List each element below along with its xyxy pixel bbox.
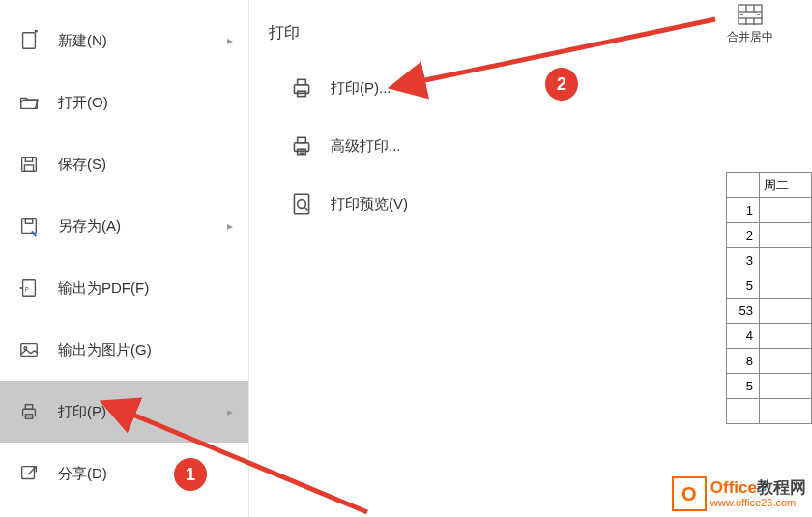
submenu-label: 打印(P)... xyxy=(331,79,392,98)
cell[interactable] xyxy=(760,399,812,424)
menu-item-save[interactable]: 保存(S) xyxy=(0,133,248,195)
submenu-item-advanced-print[interactable]: 高级打印... xyxy=(249,117,717,175)
svg-rect-18 xyxy=(294,143,308,152)
chevron-right-icon: ▸ xyxy=(227,34,233,47)
cell[interactable] xyxy=(760,299,812,324)
merge-cells-icon xyxy=(738,4,763,29)
svg-rect-4 xyxy=(24,165,33,171)
row-head[interactable]: 2 xyxy=(727,223,760,248)
submenu-label: 高级打印... xyxy=(331,137,401,156)
submenu-label: 打印预览(V) xyxy=(331,195,408,214)
merge-center-button[interactable]: 合并居中 xyxy=(727,4,773,45)
svg-point-24 xyxy=(298,200,306,209)
new-file-icon xyxy=(17,29,41,52)
submenu-title: 打印 xyxy=(249,23,717,59)
svg-rect-15 xyxy=(294,85,308,94)
chevron-right-icon: ▸ xyxy=(227,405,233,418)
spreadsheet-area: 合并居中 周二 1 2 3 5 53 4 8 5 xyxy=(717,0,812,517)
toolbar-label: 合并居中 xyxy=(727,29,773,45)
save-icon xyxy=(17,153,41,176)
annotation-step-2: 2 xyxy=(545,68,578,101)
cell[interactable] xyxy=(760,248,812,273)
menu-item-print[interactable]: 打印(P) ▸ xyxy=(0,381,248,443)
cell[interactable] xyxy=(760,349,812,374)
submenu-item-print-preview[interactable]: 打印预览(V) xyxy=(249,175,717,233)
row-head[interactable]: 5 xyxy=(727,273,760,299)
chevron-right-icon: ▸ xyxy=(227,219,233,233)
svg-rect-12 xyxy=(25,405,32,410)
svg-rect-3 xyxy=(25,158,32,162)
menu-item-save-as[interactable]: 另存为(A) ▸ xyxy=(0,195,248,257)
cell[interactable] xyxy=(760,198,812,223)
row-head[interactable] xyxy=(727,399,760,424)
menu-label: 新建(N) xyxy=(58,32,107,50)
menu-item-open[interactable]: 打开(O) xyxy=(0,72,248,133)
annotation-step-1: 1 xyxy=(174,458,207,491)
spreadsheet-grid[interactable]: 周二 1 2 3 5 53 4 8 5 xyxy=(726,172,812,424)
watermark: O Office教程网 www.office26.com xyxy=(672,476,806,511)
cell[interactable] xyxy=(760,273,812,299)
row-head[interactable]: 53 xyxy=(727,299,760,324)
share-icon xyxy=(17,462,41,485)
svg-rect-16 xyxy=(298,79,306,84)
pdf-icon: P xyxy=(17,276,41,300)
watermark-title: Office教程网 xyxy=(710,479,806,498)
menu-item-share[interactable]: 分享(D) xyxy=(0,443,248,504)
menu-label: 输出为PDF(F) xyxy=(58,279,149,298)
menu-item-export-pdf[interactable]: P 输出为PDF(F) xyxy=(0,257,248,319)
menu-label: 保存(S) xyxy=(58,156,106,174)
printer-icon xyxy=(288,74,315,101)
svg-rect-0 xyxy=(23,33,36,49)
row-head[interactable]: 1 xyxy=(727,198,760,223)
folder-open-icon xyxy=(17,91,41,114)
svg-rect-6 xyxy=(25,219,32,224)
file-menu-sidebar: 新建(N) ▸ 打开(O) 保存(S) 另存为(A) ▸ P 输出 xyxy=(0,0,249,517)
printer-advanced-icon xyxy=(288,132,315,159)
menu-label: 打开(O) xyxy=(58,94,108,112)
svg-rect-23 xyxy=(294,194,308,214)
menu-label: 输出为图片(G) xyxy=(58,341,152,359)
menu-item-new[interactable]: 新建(N) ▸ xyxy=(0,10,248,72)
column-header[interactable]: 周二 xyxy=(760,173,812,198)
row-head[interactable]: 3 xyxy=(727,248,760,273)
menu-item-export-image[interactable]: 输出为图片(G) xyxy=(0,319,248,381)
cell[interactable] xyxy=(760,324,812,349)
row-head[interactable]: 4 xyxy=(727,324,760,349)
print-preview-icon xyxy=(288,190,315,217)
watermark-url: www.office26.com xyxy=(710,497,806,508)
svg-rect-11 xyxy=(23,409,36,416)
watermark-logo: O xyxy=(672,476,707,511)
image-icon xyxy=(17,338,41,361)
cell[interactable] xyxy=(760,223,812,248)
row-head[interactable]: 8 xyxy=(727,349,760,374)
row-head[interactable]: 5 xyxy=(727,374,760,399)
svg-rect-9 xyxy=(21,344,38,357)
cell[interactable] xyxy=(760,374,812,399)
svg-rect-5 xyxy=(22,219,37,234)
svg-point-1 xyxy=(35,30,37,32)
menu-label: 另存为(A) xyxy=(58,217,121,236)
save-as-icon xyxy=(17,215,41,238)
submenu-item-print[interactable]: 打印(P)... xyxy=(249,59,717,117)
menu-label: 分享(D) xyxy=(58,465,107,483)
svg-rect-19 xyxy=(298,137,306,142)
menu-label: 打印(P) xyxy=(58,403,106,421)
printer-icon xyxy=(17,400,41,423)
svg-point-10 xyxy=(24,347,27,350)
print-submenu-panel: 打印 打印(P)... 高级打印... 打印预览(V) xyxy=(249,0,717,517)
svg-rect-14 xyxy=(22,467,35,479)
svg-text:P: P xyxy=(24,286,28,293)
